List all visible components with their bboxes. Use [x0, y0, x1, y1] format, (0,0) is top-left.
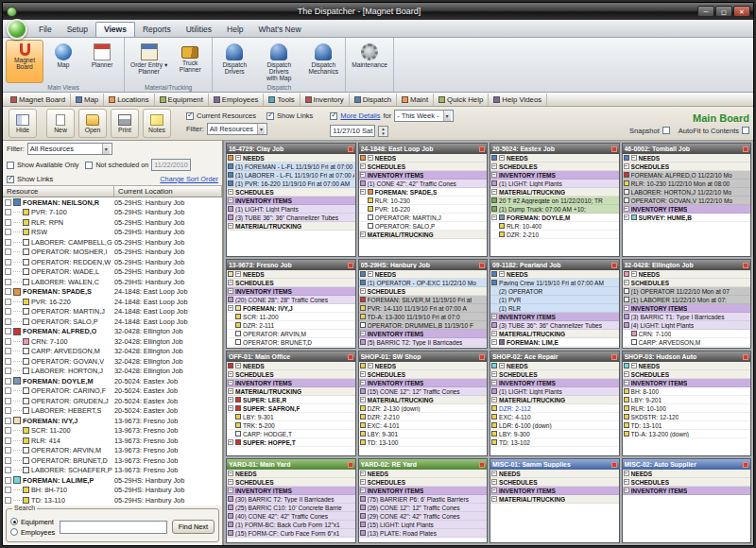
card-item[interactable]: TD: 13-100 [359, 438, 488, 447]
strip-tab-magnet-board[interactable]: Magnet Board [6, 94, 71, 106]
row-checkbox[interactable] [5, 239, 11, 246]
collapse-icon[interactable]: − [360, 231, 366, 237]
card-item[interactable]: CRN: 7-100 [623, 330, 751, 338]
job-card-header[interactable]: SHOP-02: Ace Repair [490, 351, 619, 362]
collapse-icon[interactable]: − [491, 214, 497, 220]
resource-row[interactable]: RLR: 41413-9673: Fresno Job [3, 436, 222, 446]
collapse-icon[interactable]: − [491, 172, 497, 178]
resource-row[interactable]: BH: 8H-71005-29HS: Hanbury Job [3, 486, 222, 496]
strip-tab-help-videos[interactable]: Help Videos [489, 94, 547, 106]
close-button[interactable]: ✕ [733, 6, 750, 17]
menu-tab-views[interactable]: Views [95, 22, 135, 37]
section-needs[interactable]: −NEEDS [227, 362, 355, 370]
notes-button[interactable]: Notes [143, 109, 171, 138]
section-inventory-items[interactable]: −INVENTORY ITEMS [623, 487, 751, 495]
more-details-link[interactable]: More Details [340, 111, 380, 120]
card-group-row[interactable]: −SUPER: HOPPE,T [227, 438, 355, 447]
section-schedules[interactable]: −SCHEDULES [359, 370, 488, 379]
collapse-icon[interactable]: − [491, 339, 497, 345]
strip-tab-equipment[interactable]: Equipment [155, 94, 209, 106]
card-item[interactable]: 20 T #2 Aggregate on 11/22/2010; TR [490, 197, 619, 205]
location-column-header[interactable]: Current Location [114, 186, 222, 197]
change-sort-order-link[interactable]: Change Sort Order [160, 175, 218, 183]
collapse-icon[interactable]: − [235, 363, 241, 368]
find-next-button[interactable]: Find Next [172, 520, 215, 534]
collapse-icon[interactable]: − [228, 197, 233, 203]
collapse-icon[interactable]: − [368, 155, 373, 161]
card-item[interactable]: (1) PVR [490, 296, 619, 304]
section-material-trucking[interactable]: −MATERIAL/TRUCKING [359, 231, 488, 239]
section-material-trucking[interactable]: −MATERIAL/TRUCKING [490, 495, 619, 504]
row-checkbox[interactable] [5, 259, 11, 265]
resource-row[interactable]: OPERATOR: GOVAN,V32-0428: Ellington Job [3, 356, 222, 367]
card-item[interactable]: (3) TUBE 36": 36" Channelizer Tubes [490, 321, 619, 330]
card-item[interactable]: EXC: 4-110 [490, 413, 619, 421]
new-button[interactable]: New [46, 109, 75, 138]
collapse-icon[interactable]: − [624, 280, 629, 285]
job-card-46-0002-tomball-job[interactable]: 46-0002: Tomball Job−NEEDS−SCHEDULESFORE… [622, 143, 752, 257]
card-item[interactable]: LBY: 9-201 [623, 396, 751, 404]
collapse-icon[interactable]: − [499, 271, 505, 277]
collapse-icon[interactable]: − [491, 163, 497, 169]
section-schedules[interactable]: −SCHEDULES [227, 478, 355, 487]
section-needs[interactable]: −NEEDS [623, 470, 751, 478]
row-checkbox[interactable] [5, 358, 11, 365]
section-needs[interactable]: −NEEDS [227, 270, 355, 279]
ribbon-button-maintenance[interactable]: Maintenance [349, 40, 390, 83]
resource-row[interactable]: OPERATOR: SALO,P24-1848: East Loop Job [3, 317, 222, 327]
card-item[interactable]: DZR: 2-111 [227, 321, 355, 330]
card-item[interactable]: FOREMAN: ALFRED,O 11/22/10 Mo [623, 171, 751, 180]
resource-row[interactable]: FOREMAN: DOYLE,M20-5024: Eastex Job [3, 376, 222, 386]
menu-tab-help[interactable]: Help [219, 23, 250, 37]
row-checkbox[interactable] [5, 378, 11, 385]
row-checkbox[interactable] [5, 229, 11, 235]
collapse-icon[interactable]: − [624, 214, 629, 220]
card-item[interactable]: (3) TUBE 36": 36" Channelizer Tubes [227, 214, 355, 222]
section-needs[interactable]: −NEEDS [227, 154, 355, 163]
menu-tab-file[interactable]: File [31, 23, 60, 37]
card-item[interactable]: RLR: 10-100 [623, 404, 751, 413]
section-material-trucking[interactable]: −MATERIAL/TRUCKING [359, 396, 488, 404]
menu-tab-utilities[interactable]: Utilities [179, 23, 219, 37]
collapse-icon[interactable]: − [360, 163, 366, 169]
job-card-header[interactable]: 13-9673: Fresno Job [227, 260, 355, 270]
collapse-icon[interactable]: − [491, 479, 497, 485]
section-schedules[interactable]: −SCHEDULES [623, 163, 751, 171]
collapse-icon[interactable]: − [360, 397, 366, 402]
snapshot-checkbox[interactable] [662, 127, 670, 134]
ribbon-button-map[interactable]: Map [44, 40, 82, 83]
row-checkbox[interactable] [5, 497, 11, 504]
collapse-icon[interactable]: − [360, 189, 366, 195]
collapse-icon[interactable]: − [499, 363, 505, 368]
row-checkbox[interactable] [5, 338, 11, 345]
section-needs[interactable]: −NEEDS [490, 154, 619, 163]
card-item[interactable]: (20) CONE 28": 28" Traffic Cones [227, 296, 355, 304]
collapse-icon[interactable]: − [360, 331, 366, 336]
section-inventory-items[interactable]: −INVENTORY ITEMS [359, 487, 488, 495]
card-item[interactable]: (1) OPERATOR 11/22/10 Mon at 07 [623, 287, 751, 296]
strip-tab-dispatch[interactable]: Dispatch [350, 94, 397, 106]
menu-tab-what-s-new[interactable]: What's New [251, 23, 309, 37]
collapse-icon[interactable]: − [360, 479, 366, 485]
strip-tab-tools[interactable]: Tools [264, 94, 300, 106]
card-item[interactable]: TD: 13-101 [623, 421, 751, 430]
collapse-icon[interactable]: − [228, 388, 233, 394]
collapse-icon[interactable]: − [228, 280, 233, 285]
section-schedules[interactable]: −SCHEDULES [490, 478, 619, 487]
card-item[interactable]: EXC: 4-101 [359, 421, 488, 430]
section-inventory-items[interactable]: −INVENTORY ITEMS [490, 313, 619, 321]
card-item[interactable]: LBY: 9-301 [359, 430, 488, 438]
section-needs[interactable]: −NEEDS [359, 270, 488, 279]
card-item[interactable]: OPERATOR: BRUNET,D [227, 338, 355, 347]
row-checkbox[interactable] [5, 457, 11, 464]
card-item[interactable]: (2) OPERATOR [490, 287, 619, 296]
card-item[interactable]: TD: 13-102 [490, 438, 619, 447]
card-item[interactable]: SKDSTR: 12-120 [623, 413, 751, 421]
card-item[interactable]: RLR: 10-400 [490, 222, 619, 231]
section-inventory-items[interactable]: −INVENTORY ITEMS [359, 171, 488, 180]
card-item[interactable]: (5) BARRIC T2: Type II Barricades [359, 338, 488, 347]
resource-row[interactable]: FOREMAN: IVY,J13-9673: Fresno Job [3, 416, 222, 426]
strip-tab-inventory[interactable]: Inventory [301, 94, 350, 106]
card-item[interactable]: (1) RLR [490, 304, 619, 313]
collapse-icon[interactable]: − [499, 155, 505, 161]
